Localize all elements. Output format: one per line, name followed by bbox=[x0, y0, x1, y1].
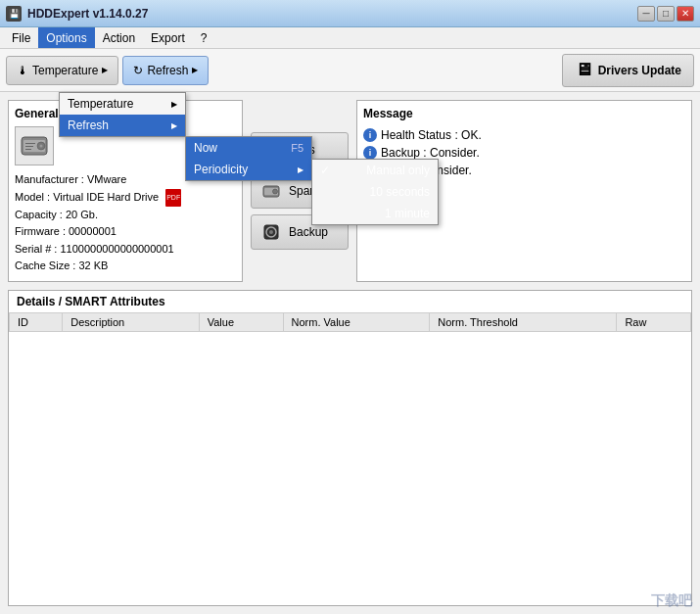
menu-file[interactable]: File bbox=[4, 27, 38, 48]
refresh-submenu: Now F5 Periodicity ▶ ✓ Manual only bbox=[185, 136, 312, 181]
svg-rect-6 bbox=[25, 149, 31, 150]
refresh-menu-label: Refresh bbox=[68, 118, 109, 132]
backup-status-text: Backup : Consider. bbox=[381, 146, 480, 160]
health-status-item: i Health Status : OK. bbox=[363, 126, 685, 144]
hdd-svg bbox=[20, 131, 49, 161]
backup-info-icon: i bbox=[363, 146, 377, 160]
col-norm-value: Norm. Value bbox=[283, 313, 430, 332]
smart-section: Details / SMART Attributes ID Descriptio… bbox=[8, 290, 692, 606]
backup-icon bbox=[259, 220, 283, 244]
drivers-update-label: Drivers Update bbox=[598, 64, 681, 77]
periodicity-menu-item[interactable]: Periodicity ▶ ✓ Manual only 10 seconds bbox=[186, 159, 311, 180]
model: Model : Virtual IDE Hard Drive PDF bbox=[15, 189, 236, 207]
firmware: Firmware : 00000001 bbox=[15, 223, 236, 241]
message-title: Message bbox=[363, 107, 685, 120]
spare-icon bbox=[259, 179, 283, 203]
watermark: 下载吧 bbox=[651, 592, 692, 610]
cache: Cache Size : 32 KB bbox=[15, 258, 236, 275]
refresh-button[interactable]: ↻ Refresh ▶ bbox=[122, 56, 209, 85]
thermometer-icon: 🌡 bbox=[17, 64, 28, 77]
app-icon: 💾 bbox=[6, 6, 22, 22]
options-menu: Temperature ▶ Refresh ▶ Now F5 Periodici… bbox=[59, 92, 186, 137]
pdf-icon[interactable]: PDF bbox=[165, 189, 181, 207]
maximize-button[interactable]: □ bbox=[657, 6, 675, 22]
refresh-icon: ↻ bbox=[133, 64, 143, 77]
svg-rect-5 bbox=[25, 146, 33, 147]
smart-table-body[interactable]: ID Description Value Norm. Value Norm. T… bbox=[9, 312, 691, 605]
smart-table: ID Description Value Norm. Value Norm. T… bbox=[9, 312, 691, 332]
menu-options[interactable]: Options bbox=[38, 27, 94, 48]
manual-label: Manual only bbox=[366, 164, 430, 177]
menu-bar: File Options Action Export ? bbox=[0, 27, 700, 49]
one-minute-label: 1 minute bbox=[385, 207, 430, 220]
capacity: Capacity : 20 Gb. bbox=[15, 207, 236, 224]
chevron-right-icon: ▶ bbox=[192, 66, 198, 74]
menu-export[interactable]: Export bbox=[143, 27, 193, 48]
chip-icon: 🖥 bbox=[575, 60, 592, 80]
col-raw: Raw bbox=[617, 313, 691, 332]
menu-help[interactable]: ? bbox=[193, 27, 215, 48]
title-bar: 💾 HDDExpert v1.14.0.27 ─ □ ✕ bbox=[0, 0, 700, 27]
smart-header-row: ID Description Value Norm. Value Norm. T… bbox=[10, 313, 691, 332]
manual-only-item[interactable]: ✓ Manual only bbox=[312, 160, 438, 181]
app-title: HDDExpert v1.14.0.27 bbox=[27, 7, 148, 21]
svg-point-3 bbox=[40, 145, 43, 148]
refresh-arrow: ▶ bbox=[171, 121, 177, 130]
menu-action[interactable]: Action bbox=[95, 27, 143, 48]
temperature-button[interactable]: 🌡 Temperature ▶ bbox=[6, 56, 118, 85]
svg-point-11 bbox=[273, 189, 278, 194]
toolbar: 🌡 Temperature ▶ ↻ Refresh ▶ 🖥 Drivers Up… bbox=[0, 49, 700, 92]
refresh-menu-item[interactable]: Refresh ▶ Now F5 Periodicity ▶ ✓ bbox=[60, 115, 185, 136]
col-id: ID bbox=[10, 313, 63, 332]
minimize-button[interactable]: ─ bbox=[637, 6, 655, 22]
disk-info: Manufacturer : VMware Model : Virtual ID… bbox=[15, 171, 236, 275]
temperature-label: Temperature bbox=[32, 64, 98, 77]
backup-label: Backup bbox=[289, 225, 328, 239]
hdd-icon-img bbox=[15, 126, 54, 165]
chevron-icon: ▶ bbox=[102, 66, 108, 74]
close-button[interactable]: ✕ bbox=[677, 6, 694, 22]
options-dropdown: Temperature ▶ Refresh ▶ Now F5 Periodici… bbox=[59, 92, 186, 137]
ten-seconds-check bbox=[320, 185, 336, 199]
periodicity-arrow: ▶ bbox=[298, 165, 303, 174]
now-menu-item[interactable]: Now F5 bbox=[186, 137, 311, 159]
col-norm-threshold: Norm. Threshold bbox=[430, 313, 617, 332]
serial: Serial # : 1100000000000000001 bbox=[15, 241, 236, 259]
temperature-arrow: ▶ bbox=[171, 100, 177, 109]
col-description: Description bbox=[63, 313, 199, 332]
one-minute-check bbox=[320, 207, 336, 220]
svg-point-14 bbox=[269, 230, 273, 234]
smart-title: Details / SMART Attributes bbox=[9, 291, 691, 312]
temperature-menu-label: Temperature bbox=[68, 97, 133, 111]
health-info-icon: i bbox=[363, 128, 377, 142]
drivers-update-button[interactable]: 🖥 Drivers Update bbox=[562, 54, 694, 87]
title-bar-left: 💾 HDDExpert v1.14.0.27 bbox=[6, 6, 148, 22]
health-status-text: Health Status : OK. bbox=[381, 128, 482, 142]
svg-rect-4 bbox=[25, 143, 35, 144]
ten-seconds-item[interactable]: 10 seconds bbox=[312, 181, 438, 203]
now-label: Now bbox=[194, 141, 217, 155]
col-value: Value bbox=[199, 313, 283, 332]
refresh-label: Refresh bbox=[147, 64, 188, 77]
temperature-menu-item[interactable]: Temperature ▶ bbox=[60, 93, 185, 115]
periodicity-label: Periodicity bbox=[194, 163, 248, 176]
manual-check: ✓ bbox=[320, 164, 336, 177]
ten-seconds-label: 10 seconds bbox=[370, 185, 430, 199]
one-minute-item[interactable]: 1 minute bbox=[312, 203, 438, 224]
now-shortcut: F5 bbox=[291, 142, 303, 154]
title-buttons: ─ □ ✕ bbox=[637, 6, 694, 22]
periodicity-submenu: ✓ Manual only 10 seconds 1 minute bbox=[311, 159, 439, 225]
